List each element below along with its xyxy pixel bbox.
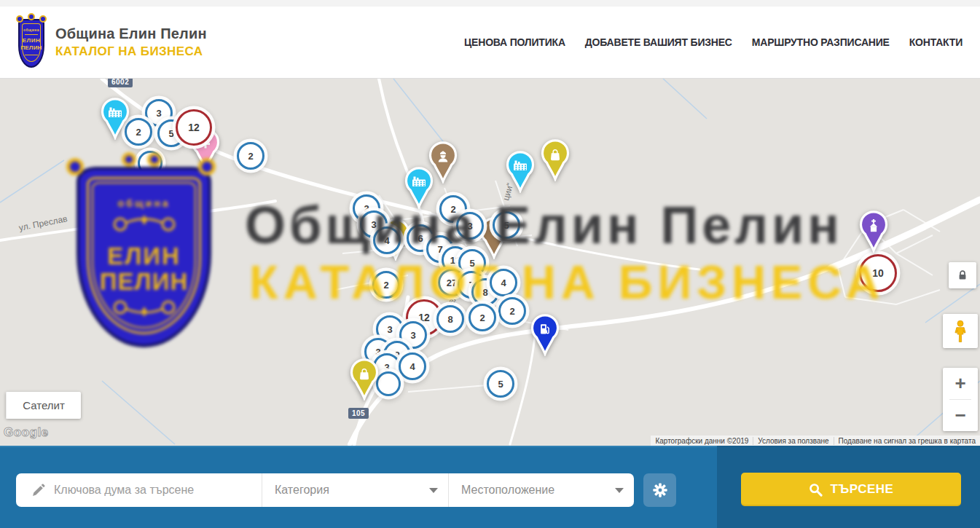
site-subtitle: КАТАЛОГ НА БИЗНЕСА: [55, 44, 207, 59]
cluster-marker[interactable]: 4: [373, 226, 401, 254]
chevron-down-icon: [615, 488, 624, 493]
pencil-icon: [31, 484, 45, 497]
site-title: Община Елин Пелин: [55, 25, 207, 42]
cluster-marker[interactable]: 2: [237, 142, 264, 170]
bag-pin-marker[interactable]: [538, 139, 572, 184]
cluster-marker[interactable]: 3: [456, 212, 484, 240]
nav-item-3[interactable]: МАРШРУТНО РАЗПИСАНИЕ: [752, 36, 890, 48]
pegman-icon: [952, 320, 969, 343]
zoom-control: + −: [943, 368, 978, 431]
worker-pin-marker[interactable]: [426, 141, 460, 186]
bag-pin-marker[interactable]: [348, 358, 381, 403]
lock-button[interactable]: [949, 262, 976, 288]
site-logo[interactable]: община ЕЛИН ПЕЛИН Община Елин Пелин КАТА…: [16, 15, 207, 69]
map-attribution: Картографски данни ©2019 Условия за полз…: [651, 436, 980, 446]
municipality-crest-icon: община ЕЛИН ПЕЛИН: [16, 15, 47, 69]
cluster-marker[interactable]: 8: [436, 305, 464, 333]
zoom-in-button[interactable]: +: [943, 368, 978, 399]
cluster-marker[interactable]: 2: [372, 271, 400, 299]
zoom-out-button[interactable]: −: [943, 400, 978, 431]
map-canvas[interactable]: ул. Преславбул. „Новоселции“ 6002105 325…: [0, 79, 980, 446]
google-logo: Google: [4, 425, 49, 440]
factory-pin-marker[interactable]: [98, 98, 132, 143]
cluster-marker[interactable]: 4: [490, 269, 517, 296]
nav-item-4[interactable]: КОНТАКТИ: [909, 36, 963, 48]
attribution-terms-link[interactable]: Условия за ползване: [753, 437, 833, 445]
category-select[interactable]: Категория: [262, 473, 448, 507]
page-top-strip: [0, 0, 980, 7]
search-icon: [809, 483, 823, 497]
map-type-satellite-button[interactable]: Сателит: [6, 392, 81, 419]
map-type-control: Карта Сателит: [6, 392, 81, 419]
cluster-marker[interactable]: 4: [399, 352, 426, 380]
chevron-down-icon: [429, 488, 438, 493]
attribution-copyright: Картографски данни ©2019: [651, 437, 753, 445]
fuel-pin-marker[interactable]: [528, 314, 562, 359]
cluster-marker[interactable]: 10: [859, 254, 897, 292]
street-view-pegman-button[interactable]: [943, 314, 978, 348]
attribution-report-link[interactable]: Подаване на сигнал за грешка в картата: [834, 437, 980, 445]
search-bar: Категория Местоположение ТЪРСЕНЕ: [0, 446, 980, 528]
church-pin-marker[interactable]: [857, 210, 890, 256]
cluster-marker[interactable]: 2: [469, 304, 496, 331]
cluster-marker[interactable]: 12: [176, 109, 212, 146]
main-nav: ЦЕНОВА ПОЛИТИКАДОБАВЕТЕ ВАШИЯТ БИЗНЕСМАР…: [464, 36, 963, 48]
keyword-input[interactable]: [54, 484, 262, 497]
search-box: Категория Местоположение: [16, 473, 634, 507]
location-label: Местоположение: [461, 484, 554, 497]
factory-pin-marker[interactable]: [503, 151, 537, 196]
search-button[interactable]: ТЪРСЕНЕ: [741, 473, 961, 506]
road-badge: 105: [348, 408, 369, 419]
nav-item-1[interactable]: ЦЕНОВА ПОЛИТИКА: [464, 36, 565, 48]
gear-icon: [652, 482, 668, 498]
cluster-marker[interactable]: 5: [487, 370, 514, 398]
search-button-label: ТЪРСЕНЕ: [831, 482, 894, 497]
category-label: Категория: [275, 484, 329, 497]
location-select[interactable]: Местоположение: [448, 473, 634, 507]
lock-icon: [957, 269, 968, 281]
header: община ЕЛИН ПЕЛИН Община Елин Пелин КАТА…: [0, 7, 980, 79]
road-badge: 6002: [108, 79, 133, 87]
nav-item-2[interactable]: ДОБАВЕТЕ ВАШИЯТ БИЗНЕС: [585, 36, 732, 48]
cluster-marker[interactable]: 2: [498, 297, 526, 325]
settings-button[interactable]: [643, 473, 676, 507]
cluster-marker[interactable]: 5: [493, 211, 520, 239]
cluster-marker[interactable]: [138, 151, 162, 176]
